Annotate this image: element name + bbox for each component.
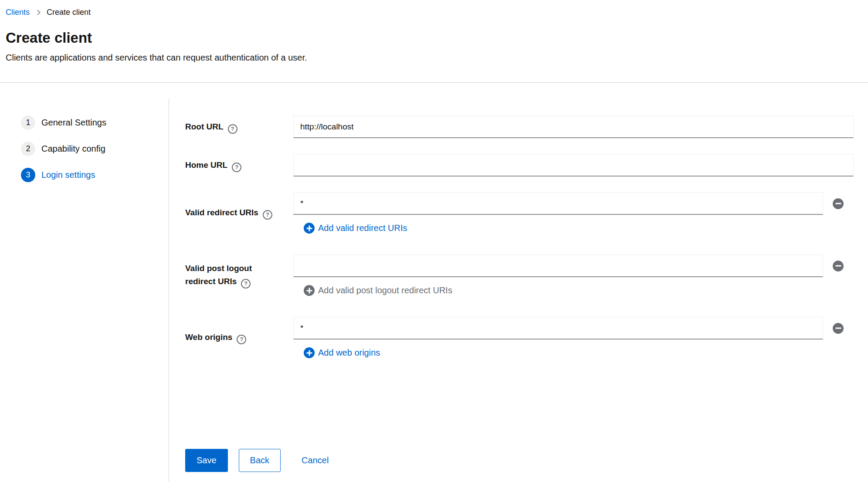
plus-circle-icon: [304, 347, 315, 358]
angle-right-icon: [35, 10, 41, 15]
form-actions: Save Back Cancel: [185, 449, 854, 472]
root-url-label: Root URL: [185, 120, 237, 134]
help-icon[interactable]: [228, 124, 237, 134]
breadcrumb: Clients Create client: [6, 7, 854, 17]
cancel-button[interactable]: Cancel: [302, 455, 329, 465]
web-origin-input[interactable]: [293, 317, 823, 339]
form-row-root-url: Root URL: [185, 115, 854, 138]
step-number-badge: 2: [21, 142, 35, 156]
step-number-badge: 3: [21, 168, 35, 182]
plus-circle-icon: [304, 285, 315, 296]
plus-circle-icon: [304, 223, 315, 234]
wizard-step-capability-config[interactable]: 2 Capability config: [21, 142, 169, 156]
minus-circle-icon: [833, 261, 844, 272]
step-label: General Settings: [41, 118, 106, 128]
add-web-origin-button[interactable]: Add web origins: [293, 347, 380, 358]
step-label: Capability config: [41, 144, 105, 154]
form-row-web-origins: Web origins Add web origins: [185, 317, 854, 358]
back-button[interactable]: Back: [239, 449, 281, 472]
web-origins-label: Web origins: [185, 331, 246, 344]
page-description: Clients are applications and services th…: [6, 51, 854, 64]
form-row-home-url: Home URL: [185, 154, 854, 177]
page-header: Clients Create client Create client Clie…: [0, 0, 868, 82]
minus-circle-icon: [833, 198, 844, 209]
valid-post-logout-redirect-uri-input[interactable]: [293, 255, 823, 277]
wizard-steps-nav: 1 General Settings 2 Capability config 3…: [0, 99, 169, 482]
wizard-step-general-settings[interactable]: 1 General Settings: [21, 115, 169, 130]
page-title: Create client: [6, 29, 854, 47]
home-url-input[interactable]: [293, 154, 854, 177]
add-valid-post-logout-redirect-uri-button: Add valid post logout redirect URIs: [293, 285, 452, 296]
valid-redirect-uri-input[interactable]: [293, 192, 823, 215]
help-icon[interactable]: [263, 210, 272, 220]
valid-post-logout-redirect-uris-label: Valid post logout redirect URIs: [185, 262, 285, 289]
login-settings-form: Root URL Home URL Valid redirect URIs: [169, 83, 868, 482]
form-row-valid-post-logout-redirect-uris: Valid post logout redirect URIs Add vali…: [185, 255, 854, 296]
help-icon[interactable]: [232, 163, 241, 172]
remove-valid-post-logout-redirect-uri-button[interactable]: [833, 261, 844, 272]
breadcrumb-link-clients[interactable]: Clients: [6, 7, 30, 17]
help-icon[interactable]: [237, 335, 246, 344]
breadcrumb-current: Create client: [47, 7, 91, 17]
add-valid-redirect-uri-button[interactable]: Add valid redirect URIs: [293, 223, 407, 234]
valid-redirect-uris-label: Valid redirect URIs: [185, 206, 272, 220]
remove-valid-redirect-uri-button[interactable]: [833, 198, 844, 209]
form-row-valid-redirect-uris: Valid redirect URIs Add valid redirect U…: [185, 192, 854, 234]
main-content: 1 General Settings 2 Capability config 3…: [0, 83, 868, 482]
minus-circle-icon: [833, 323, 844, 334]
step-number-badge: 1: [21, 115, 35, 130]
save-button[interactable]: Save: [185, 449, 228, 472]
wizard-step-login-settings[interactable]: 3 Login settings: [21, 168, 169, 182]
help-icon[interactable]: [241, 279, 251, 289]
home-url-label: Home URL: [185, 159, 241, 172]
root-url-input[interactable]: [293, 115, 854, 138]
step-label: Login settings: [41, 170, 95, 180]
remove-web-origin-button[interactable]: [833, 323, 844, 334]
